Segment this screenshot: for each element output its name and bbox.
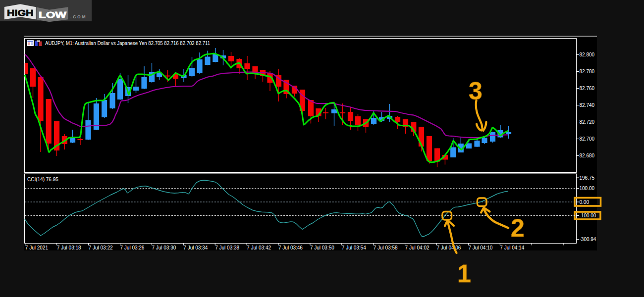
svg-text:82.720: 82.720 [580,119,595,125]
svg-text:7 Jul 03:38: 7 Jul 03:38 [215,245,239,250]
svg-text:7 Jul 03:46: 7 Jul 03:46 [278,245,303,250]
svg-text:7 Jul 03:22: 7 Jul 03:22 [89,245,113,250]
svg-text:82.740: 82.740 [580,102,595,108]
svg-text:7 Jul 03:58: 7 Jul 03:58 [374,245,398,250]
svg-text:HIGH: HIGH [7,8,34,18]
svg-text:-100.00: -100.00 [580,213,596,218]
svg-text:7 Jul 2021: 7 Jul 2021 [25,245,49,250]
svg-text:7 Jul 04:10: 7 Jul 04:10 [468,245,492,250]
svg-text:7 Jul 03:54: 7 Jul 03:54 [342,245,366,250]
svg-text:7 Jul 03:42: 7 Jul 03:42 [247,245,271,250]
svg-text:7 Jul 03:30: 7 Jul 03:30 [152,245,176,250]
svg-text:7 Jul 03:26: 7 Jul 03:26 [120,245,145,250]
svg-text:196.75: 196.75 [580,175,595,181]
svg-text:7 Jul 03:18: 7 Jul 03:18 [57,245,81,250]
svg-text:82.760: 82.760 [580,86,595,91]
svg-text:0.00: 0.00 [580,199,590,205]
svg-text:7 Jul 04:14: 7 Jul 04:14 [500,245,524,250]
svg-text:1: 1 [457,260,471,288]
svg-text:7 Jul 03:50: 7 Jul 03:50 [310,245,334,250]
svg-text:CCI(14) 76.95: CCI(14) 76.95 [27,177,58,182]
svg-text:7 Jul 04:02: 7 Jul 04:02 [405,245,429,250]
svg-text:AUDJPY, M1: Australian Dollar: AUDJPY, M1: Australian Dollar vs Japanes… [45,41,210,46]
svg-text:LOW: LOW [39,10,67,20]
svg-text:82.680: 82.680 [580,153,595,158]
svg-text:82.800: 82.800 [580,52,595,57]
svg-text:82.700: 82.700 [580,136,595,142]
svg-text:7 Jul 03:34: 7 Jul 03:34 [183,245,208,250]
svg-text:82.780: 82.780 [580,69,595,74]
svg-text:-300.94: -300.94 [580,237,596,242]
svg-text:2: 2 [511,214,525,242]
svg-text:.COM: .COM [70,14,87,19]
svg-text:100.00: 100.00 [580,186,595,191]
svg-text:7 Jul 04:06: 7 Jul 04:06 [437,245,461,250]
